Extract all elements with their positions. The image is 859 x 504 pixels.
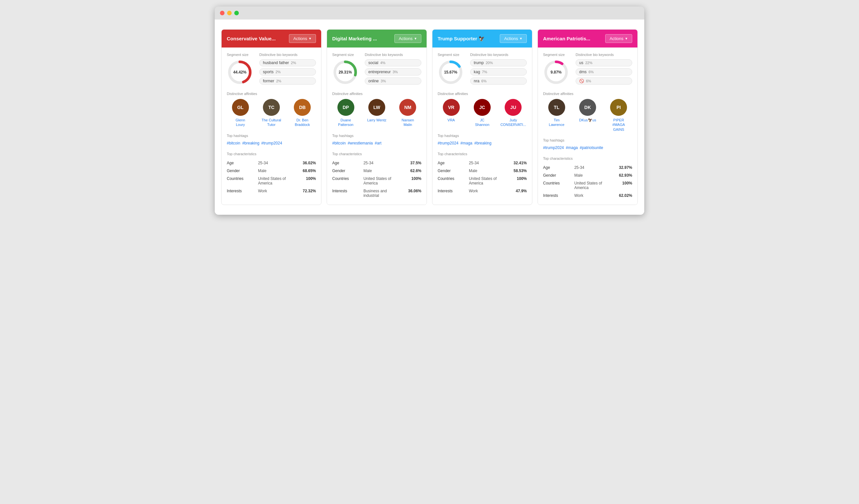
char-label-americanpatriot-0: Age bbox=[543, 164, 574, 171]
char-pct-trumpsupporter-3: 47.9% bbox=[504, 187, 527, 195]
affinity-item-digitalmarketing-1[interactable]: LWLarry Wentz bbox=[363, 99, 390, 127]
keyword-pct-americanpatriot-0: 22% bbox=[585, 61, 592, 65]
hashtags-label-americanpatriot: Top hashtags bbox=[543, 138, 632, 142]
hashtag-americanpatriot-0[interactable]: #trump2024 bbox=[543, 146, 564, 150]
affinity-item-trumpsupporter-1[interactable]: JCJC Shannon bbox=[469, 99, 496, 127]
char-pct-digitalmarketing-0: 37.5% bbox=[399, 159, 421, 167]
hashtag-trumpsupporter-2[interactable]: #breaking bbox=[474, 141, 492, 146]
affinity-name-conservative-0: Glenn Loury bbox=[236, 118, 245, 127]
keyword-text-conservative-1: sports bbox=[263, 70, 274, 74]
char-value-digitalmarketing-1: Male bbox=[363, 167, 399, 175]
hashtag-digitalmarketing-2[interactable]: #art bbox=[375, 141, 382, 146]
segment-title-americanpatriot: American Patriotis... bbox=[543, 36, 590, 41]
affinity-item-americanpatriot-1[interactable]: DKDKus🦅us bbox=[574, 99, 601, 132]
affinity-item-conservative-0[interactable]: GLGlenn Loury bbox=[227, 99, 254, 127]
keyword-text-americanpatriot-2: 🚫 bbox=[579, 79, 584, 83]
affinity-item-americanpatriot-0[interactable]: TLTim Lawrence bbox=[543, 99, 570, 132]
affinity-item-digitalmarketing-0[interactable]: DPDuane Patterson bbox=[332, 99, 359, 127]
affinities-label-digitalmarketing: Distinctive affinities bbox=[332, 92, 421, 96]
characteristics-label-americanpatriot: Top characteristics bbox=[543, 156, 632, 161]
char-pct-americanpatriot-0: 32.97% bbox=[610, 164, 632, 171]
char-label-conservative-3: Interests bbox=[227, 187, 258, 195]
hashtag-americanpatriot-2[interactable]: #patriotsunite bbox=[580, 146, 603, 150]
keyword-badge-americanpatriot-0: us22% bbox=[576, 59, 632, 66]
hashtag-conservative-1[interactable]: #breaking bbox=[242, 141, 259, 146]
hashtag-trumpsupporter-1[interactable]: #maga bbox=[461, 141, 472, 146]
char-row-digitalmarketing-3: Interests Business and industrial 36.06% bbox=[332, 187, 421, 199]
char-pct-trumpsupporter-1: 58.53% bbox=[504, 167, 527, 175]
affinity-item-trumpsupporter-2[interactable]: JUJudy CONSERVATI... bbox=[500, 99, 527, 127]
hashtag-americanpatriot-1[interactable]: #maga bbox=[566, 146, 578, 150]
maximize-button[interactable] bbox=[234, 11, 239, 15]
char-pct-americanpatriot-2: 100% bbox=[610, 179, 632, 192]
affinity-item-trumpsupporter-0[interactable]: VRVRA bbox=[438, 99, 465, 127]
affinity-item-digitalmarketing-2[interactable]: NMNansen Malin bbox=[394, 99, 421, 127]
char-value-conservative-2: United States of America bbox=[258, 175, 294, 187]
affinities-label-conservative: Distinctive affinities bbox=[227, 92, 316, 96]
keyword-badge-digitalmarketing-0: social4% bbox=[365, 59, 421, 66]
segments-grid: Conservative Value...Actions ▼Segment si… bbox=[221, 29, 638, 205]
affinity-name-conservative-1: The Cultural Tutor bbox=[261, 118, 281, 127]
affinity-item-americanpatriot-2[interactable]: PIPIPER #MAGA GAINS bbox=[605, 99, 632, 132]
char-row-americanpatriot-1: Gender Male 62.93% bbox=[543, 171, 632, 179]
char-row-trumpsupporter-2: Countries United States of America 100% bbox=[438, 175, 527, 187]
characteristics-label-trumpsupporter: Top characteristics bbox=[438, 152, 527, 156]
affinity-item-conservative-2[interactable]: DBDr. Ben Braddock bbox=[289, 99, 316, 127]
bio-keywords-section-digitalmarketing: Distinctive bio keywordssocial4%entrepre… bbox=[365, 53, 421, 85]
characteristics-label-conservative: Top characteristics bbox=[227, 152, 316, 156]
char-row-trumpsupporter-1: Gender Male 58.53% bbox=[438, 167, 527, 175]
keyword-pct-conservative-1: 2% bbox=[275, 70, 281, 74]
hashtag-digitalmarketing-0[interactable]: #bitcoin bbox=[332, 141, 346, 146]
segment-size-section-digitalmarketing: Segment size 29.31% bbox=[332, 53, 358, 85]
char-row-conservative-0: Age 25-34 36.02% bbox=[227, 159, 316, 167]
affinity-avatar-americanpatriot-2: PI bbox=[610, 99, 627, 116]
affinities-row-conservative: GLGlenn LouryTCThe Cultural TutorDBDr. B… bbox=[227, 99, 316, 127]
actions-button-conservative[interactable]: Actions ▼ bbox=[289, 34, 316, 43]
affinities-row-trumpsupporter: VRVRAJCJC ShannonJUJudy CONSERVATI... bbox=[438, 99, 527, 127]
minimize-button[interactable] bbox=[227, 11, 232, 15]
affinity-avatar-conservative-2: DB bbox=[294, 99, 311, 116]
char-value-trumpsupporter-1: Male bbox=[469, 167, 504, 175]
char-value-digitalmarketing-2: United States of America bbox=[363, 175, 399, 187]
affinity-name-digitalmarketing-1: Larry Wentz bbox=[367, 118, 386, 122]
keywords-list-trumpsupporter: trump20%kag7%nra6% bbox=[470, 59, 527, 85]
char-pct-americanpatriot-3: 62.02% bbox=[610, 192, 632, 199]
bio-keywords-section-conservative: Distinctive bio keywordshusband father2%… bbox=[259, 53, 316, 85]
keyword-text-americanpatriot-0: us bbox=[579, 61, 584, 65]
keyword-pct-americanpatriot-2: 6% bbox=[586, 79, 591, 83]
hashtags-row-americanpatriot: #trump2024#maga#patriotsunite bbox=[543, 146, 632, 150]
close-button[interactable] bbox=[220, 11, 225, 15]
keyword-pct-americanpatriot-1: 6% bbox=[589, 70, 594, 74]
affinity-avatar-digitalmarketing-0: DP bbox=[337, 99, 355, 116]
keyword-pct-trumpsupporter-1: 7% bbox=[482, 70, 487, 74]
char-pct-digitalmarketing-2: 100% bbox=[399, 175, 421, 187]
affinity-item-conservative-1[interactable]: TCThe Cultural Tutor bbox=[258, 99, 285, 127]
segment-card-conservative: Conservative Value...Actions ▼Segment si… bbox=[221, 29, 321, 205]
metrics-row-trumpsupporter: Segment size 15.67%Distinctive bio keywo… bbox=[438, 53, 527, 85]
keyword-badge-conservative-2: former2% bbox=[259, 77, 316, 85]
affinity-name-trumpsupporter-0: VRA bbox=[447, 118, 455, 122]
char-value-americanpatriot-1: Male bbox=[574, 171, 610, 179]
actions-button-americanpatriot[interactable]: Actions ▼ bbox=[605, 34, 632, 43]
segment-size-section-trumpsupporter: Segment size 15.67% bbox=[438, 53, 464, 85]
hashtags-row-conservative: #bitcoin#breaking#trump2024 bbox=[227, 141, 316, 146]
actions-button-trumpsupporter[interactable]: Actions ▼ bbox=[500, 34, 527, 43]
char-value-americanpatriot-2: United States of America bbox=[574, 179, 610, 192]
hashtag-conservative-2[interactable]: #trump2024 bbox=[261, 141, 282, 146]
segment-header-conservative: Conservative Value...Actions ▼ bbox=[222, 30, 321, 47]
hashtag-digitalmarketing-1[interactable]: #wrestlemania bbox=[347, 141, 373, 146]
char-row-conservative-2: Countries United States of America 100% bbox=[227, 175, 316, 187]
char-row-digitalmarketing-1: Gender Male 62.6% bbox=[332, 167, 421, 175]
affinities-row-digitalmarketing: DPDuane PattersonLWLarry WentzNMNansen M… bbox=[332, 99, 421, 127]
affinity-name-trumpsupporter-1: JC Shannon bbox=[475, 118, 489, 127]
characteristics-table-digitalmarketing: Age 25-34 37.5% Gender Male 62.6% Countr… bbox=[332, 159, 421, 199]
keyword-text-americanpatriot-1: dms bbox=[579, 70, 587, 74]
segment-size-section-americanpatriot: Segment size 9.87% bbox=[543, 53, 569, 85]
hashtag-trumpsupporter-0[interactable]: #trump2024 bbox=[438, 141, 458, 146]
actions-button-digitalmarketing[interactable]: Actions ▼ bbox=[394, 34, 421, 43]
hashtag-conservative-0[interactable]: #bitcoin bbox=[227, 141, 240, 146]
keyword-text-digitalmarketing-1: entrepreneur bbox=[368, 70, 391, 74]
char-pct-conservative-0: 36.02% bbox=[293, 159, 316, 167]
char-label-conservative-2: Countries bbox=[227, 175, 258, 187]
affinities-row-americanpatriot: TLTim LawrenceDKDKus🦅usPIPIPER #MAGA GAI… bbox=[543, 99, 632, 132]
